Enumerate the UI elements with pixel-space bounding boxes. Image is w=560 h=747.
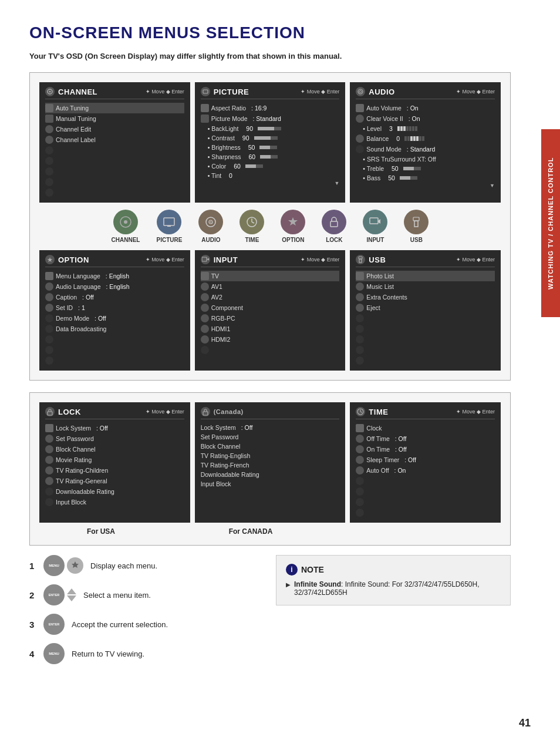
clock-item: Clock (356, 423, 495, 433)
extra-contents-item: Extra Contents (356, 292, 495, 302)
tv-rating-children-usa: TV Rating-Children (45, 465, 184, 476)
ch-icon8 (45, 178, 53, 186)
nav-time-label: TIME (245, 237, 259, 243)
balance-bar (404, 136, 424, 141)
bass-bar (400, 176, 417, 180)
audio-icon (356, 87, 365, 96)
ch-item8 (45, 177, 184, 187)
remote-nav-1 (67, 557, 83, 574)
tv-rating-french-canada: TV Rating-French (201, 460, 340, 470)
enter-button-3[interactable]: ENTER (43, 614, 65, 635)
channel-menu-header: CHANNEL ✦ Move ◆ Enter (45, 87, 184, 99)
svg-rect-19 (202, 257, 207, 261)
tv-rating-english-canada: TV Rating-English (201, 451, 340, 460)
opt-icon9 (45, 356, 53, 365)
nav-audio[interactable]: AUDIO (190, 207, 231, 245)
brightness-bar (259, 146, 277, 149)
sharpness-bar (260, 155, 278, 159)
option-menu-nav: ✦ Move ◆ Enter (146, 257, 184, 263)
nav-input[interactable]: INPUT (355, 207, 396, 245)
nav-updown-2 (67, 588, 76, 601)
note-title: i NOTE (286, 564, 501, 576)
time-item6 (356, 476, 495, 486)
nav-picture-icon (157, 210, 181, 234)
nav-option[interactable]: OPTION (272, 207, 313, 245)
tv-icon (201, 272, 209, 280)
usb-menu-header: USB ✦ Move ◆ Enter (356, 255, 495, 267)
audio-menu-title: AUDIO (369, 88, 394, 96)
manual-tuning-item: Manual Tuning (45, 113, 184, 124)
nav-usb-label: USB (410, 237, 423, 243)
svg-point-3 (358, 89, 363, 94)
step-2: 2 ENTER Select a menu item. (29, 584, 264, 605)
step-1-num: 1 (29, 561, 36, 571)
lock-usa-nav: ✦ Move ◆ Enter (146, 409, 184, 415)
sleep-timer-icon (356, 456, 364, 464)
extra-contents-icon (356, 293, 364, 301)
time-menu-box: TIME ✦ Move ◆ Enter Clock Off Time : Off… (350, 402, 501, 523)
svg-point-11 (210, 221, 211, 223)
side-tab-label: WATCHING TV / CHANNEL CONTROL (547, 157, 554, 289)
eject-icon (356, 304, 364, 312)
step-4-num: 4 (29, 649, 36, 659)
option-menu-box: OPTION ✦ Move ◆ Enter Menu Language : En… (39, 250, 190, 371)
set-id-item: Set ID : 1 (45, 302, 184, 313)
component-item: Component (201, 302, 340, 313)
usb-icon8 (356, 346, 364, 354)
backlight-bar (258, 127, 281, 130)
lock-usa-box: LOCK ✦ Move ◆ Enter Lock System : Off Se… (39, 402, 190, 523)
tv-rating-children-icon (45, 466, 53, 475)
for-labels-row: For USA For CANADA (39, 527, 501, 536)
osd-top-row: CHANNEL ✦ Move ◆ Enter Auto Tuning Manua… (39, 82, 501, 203)
demo-mode-icon (45, 314, 53, 322)
opt-item8 (45, 345, 184, 355)
menu-button-4[interactable]: MENU (43, 643, 65, 664)
nav-usb[interactable]: USB (396, 207, 437, 245)
rgb-pc-item: RGB-PC (201, 313, 340, 324)
svg-rect-23 (203, 412, 208, 415)
svg-line-26 (360, 412, 362, 413)
usb-item7 (356, 334, 495, 345)
svg-point-1 (49, 91, 51, 93)
nav-icons-row: CHANNEL PICTURE AUDIO TIME (39, 207, 501, 245)
nav-lock[interactable]: LOCK (313, 207, 355, 245)
channel-menu-box: CHANNEL ✦ Move ◆ Enter Auto Tuning Manua… (39, 82, 190, 203)
movie-rating-usa-icon (45, 456, 53, 464)
option-menu-header: OPTION ✦ Move ◆ Enter (45, 255, 184, 267)
svg-rect-17 (414, 221, 418, 227)
hdmi2-icon (201, 335, 209, 344)
svg-point-6 (124, 220, 127, 224)
for-canada-label: For CANADA (192, 527, 309, 536)
sound-mode-icon (356, 145, 364, 153)
nav-picture-label: PICTURE (156, 237, 182, 243)
channel-label-item: Channel Label (45, 134, 184, 145)
option-menu-title: OPTION (58, 255, 89, 264)
contrast-bar (254, 136, 278, 140)
time-icon (356, 407, 365, 416)
clear-voice-item: Clear Voice II : On (356, 113, 495, 124)
svg-rect-16 (370, 218, 378, 224)
set-password-usa: Set Password (45, 433, 184, 444)
av1-icon (201, 282, 209, 291)
color-item: • Color 60 (201, 161, 340, 171)
component-icon (201, 304, 209, 312)
nav-picture[interactable]: PICTURE (148, 207, 190, 245)
usb-menu-box: USB ✦ Move ◆ Enter Photo List Music List… (350, 250, 501, 371)
picture-mode-item: Picture Mode : Standard (201, 113, 340, 124)
nav-lock-icon (322, 210, 346, 234)
hdmi2-item: HDMI2 (201, 334, 340, 345)
svg-rect-21 (359, 257, 362, 259)
downloadable-rating-icon (45, 487, 53, 496)
nav-channel[interactable]: CHANNEL (103, 207, 149, 245)
lock-usa-header: LOCK ✦ Move ◆ Enter (45, 407, 184, 419)
enter-button-2[interactable]: ENTER (43, 584, 65, 605)
manual-tuning-icon (45, 115, 53, 123)
step-3: 3 ENTER Accept the current selection. (29, 614, 264, 635)
time-menu-title: TIME (369, 408, 388, 416)
backlight-item: • BackLight 90 (201, 124, 340, 133)
svg-rect-8 (167, 226, 171, 227)
nav-time[interactable]: TIME (231, 207, 272, 245)
auto-off-item: Auto Off : On (356, 465, 495, 476)
treble-item: • Treble 50 (356, 164, 495, 173)
menu-button-1[interactable]: MENU (43, 555, 65, 576)
